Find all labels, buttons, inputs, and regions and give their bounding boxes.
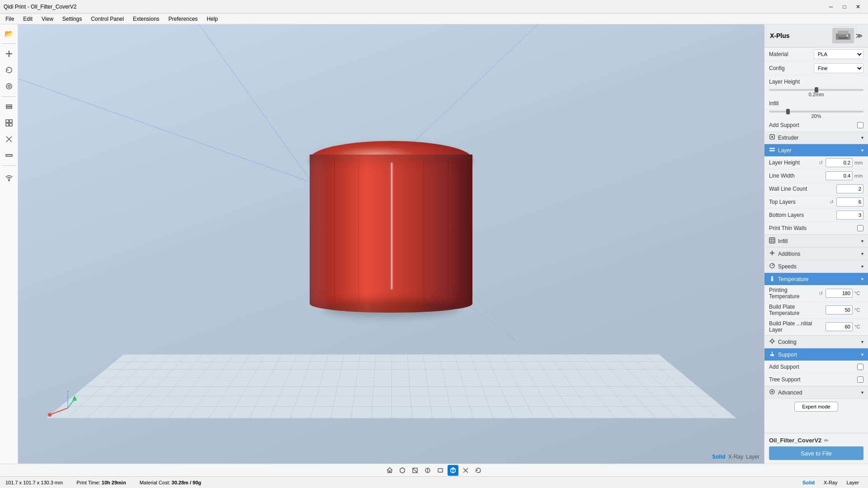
toolbar-3d-view[interactable]: [448, 465, 458, 476]
menu-help[interactable]: Help: [203, 15, 222, 23]
cooling-section: Cooling ▾: [764, 336, 868, 348]
toolbar-home-view[interactable]: [384, 465, 395, 476]
rotate-button[interactable]: [2, 63, 16, 77]
left-toolbar: 📂: [0, 24, 18, 464]
save-to-file-button[interactable]: Save to File: [769, 446, 863, 460]
svg-point-45: [771, 279, 774, 282]
cylinder-shadow: [323, 299, 459, 317]
layer-view-btn[interactable]: Layer: [843, 479, 863, 486]
extruder-header[interactable]: Extruder ▾: [764, 131, 868, 144]
cut-button[interactable]: [2, 132, 16, 146]
cooling-header[interactable]: Cooling ▾: [764, 336, 868, 348]
3d-object[interactable]: [310, 141, 472, 313]
edit-filename-icon[interactable]: ✏: [824, 437, 829, 444]
build-plate-initial-unit: °C: [854, 324, 863, 329]
line-width-input[interactable]: [826, 171, 853, 180]
svg-rect-7: [9, 120, 12, 122]
svg-rect-8: [6, 123, 9, 126]
support-label: Support: [778, 352, 797, 358]
build-plate-temp-input[interactable]: [826, 305, 853, 314]
wall-line-count-input[interactable]: [836, 184, 863, 193]
layer-label: Layer: [778, 147, 792, 154]
top-layers-input[interactable]: [836, 197, 863, 206]
infill-section: Infill ▾: [764, 235, 868, 248]
svg-point-31: [846, 35, 848, 37]
add-support-checkbox[interactable]: [857, 122, 863, 128]
layer-height-input[interactable]: [826, 158, 853, 167]
menu-control-panel[interactable]: Control Panel: [87, 15, 127, 23]
infill-header[interactable]: Infill ▾: [764, 235, 868, 247]
advanced-header[interactable]: Advanced ▾: [764, 386, 868, 399]
print-thin-walls-label: Print Thin Walls: [769, 225, 857, 231]
config-select[interactable]: Fine Normal Draft: [814, 63, 863, 73]
toolbar-wireframe-view[interactable]: [410, 465, 420, 476]
support-add-field: Add Support: [764, 361, 868, 373]
add-shape-button[interactable]: [2, 47, 16, 61]
printing-temp-reset[interactable]: ↺: [819, 291, 823, 296]
advanced-chevron: ▾: [861, 390, 863, 395]
svg-rect-36: [769, 238, 775, 243]
extruder-icon: [769, 134, 775, 141]
build-plate-temp-label: Build Plate Temperature: [769, 304, 826, 316]
menu-edit[interactable]: Edit: [19, 15, 36, 23]
support-header[interactable]: Support ▾: [764, 348, 868, 361]
layer-header[interactable]: Layer ▾: [764, 144, 868, 156]
view-xray-btn[interactable]: X-Ray: [728, 454, 743, 460]
window-title: Qidi Print - Oil_Filter_CoverV2: [4, 4, 76, 10]
infill-track[interactable]: [769, 111, 863, 113]
build-plate-initial-input[interactable]: [826, 322, 853, 331]
toolbar-top-view[interactable]: [422, 465, 433, 476]
menu-file[interactable]: File: [2, 15, 18, 23]
layer-chevron: ▾: [861, 148, 863, 153]
menu-settings[interactable]: Settings: [59, 15, 85, 23]
camera-button[interactable]: [2, 79, 16, 94]
top-layers-reset[interactable]: ↺: [830, 199, 834, 205]
layers-button[interactable]: [2, 99, 16, 114]
view-layer-btn[interactable]: Layer: [746, 454, 760, 460]
material-select[interactable]: PLA ABS PETG: [814, 49, 863, 59]
speeds-header[interactable]: Speeds ▾: [764, 260, 868, 272]
tree-support-field: Tree Support: [764, 373, 868, 386]
toolbar-front-view[interactable]: [435, 465, 446, 476]
temperature-header[interactable]: Temperature ▾: [764, 273, 868, 285]
print-thin-walls-checkbox[interactable]: [857, 225, 863, 231]
wifi-button[interactable]: [2, 170, 16, 185]
layer-height-reset[interactable]: ↺: [819, 160, 823, 166]
tree-support-checkbox[interactable]: [857, 376, 863, 383]
viewport[interactable]: Solid X-Ray Layer: [18, 24, 764, 464]
close-button[interactable]: ✕: [852, 2, 864, 12]
build-plate-initial-label: Build Plate ...nitial Layer: [769, 320, 826, 333]
support-add-checkbox[interactable]: [857, 364, 863, 370]
group-button[interactable]: [2, 116, 16, 130]
svg-rect-35: [769, 150, 775, 151]
svg-rect-51: [770, 354, 774, 356]
panel-expand-button[interactable]: ≫: [856, 32, 863, 39]
open-file-button[interactable]: 📂: [2, 26, 16, 41]
build-plate-temp-unit: °C: [854, 307, 863, 313]
xray-view-btn[interactable]: X-Ray: [820, 479, 841, 486]
toolbar-reset[interactable]: [473, 465, 484, 476]
additions-header[interactable]: Additions ▾: [764, 248, 868, 260]
svg-rect-52: [772, 352, 773, 354]
bottom-layers-input[interactable]: [836, 211, 863, 220]
printing-temp-field: Printing Temperature ↺ °C: [764, 285, 868, 302]
speeds-label: Speeds: [778, 263, 797, 270]
menu-view[interactable]: View: [38, 15, 57, 23]
printing-temp-input[interactable]: [826, 289, 853, 298]
minimize-button[interactable]: ─: [825, 2, 837, 12]
svg-line-18: [199, 24, 312, 183]
maximize-button[interactable]: □: [838, 2, 851, 12]
ruler-button[interactable]: [2, 148, 16, 163]
file-name: Oil_Filter_CoverV2: [769, 437, 821, 444]
layer-height-thumb[interactable]: [815, 87, 818, 93]
toolbar-solid-view[interactable]: [397, 465, 408, 476]
infill-thumb[interactable]: [786, 109, 790, 114]
menu-preferences[interactable]: Preferences: [165, 15, 202, 23]
toolbar-delete[interactable]: [460, 465, 471, 476]
top-layers-label: Top Layers: [769, 199, 830, 205]
expert-mode-button[interactable]: Expert mode: [794, 402, 838, 412]
layer-height-track[interactable]: [769, 89, 863, 91]
menu-extensions[interactable]: Extensions: [129, 15, 163, 23]
solid-view-btn[interactable]: Solid: [799, 479, 818, 486]
view-solid-btn[interactable]: Solid: [712, 454, 725, 460]
